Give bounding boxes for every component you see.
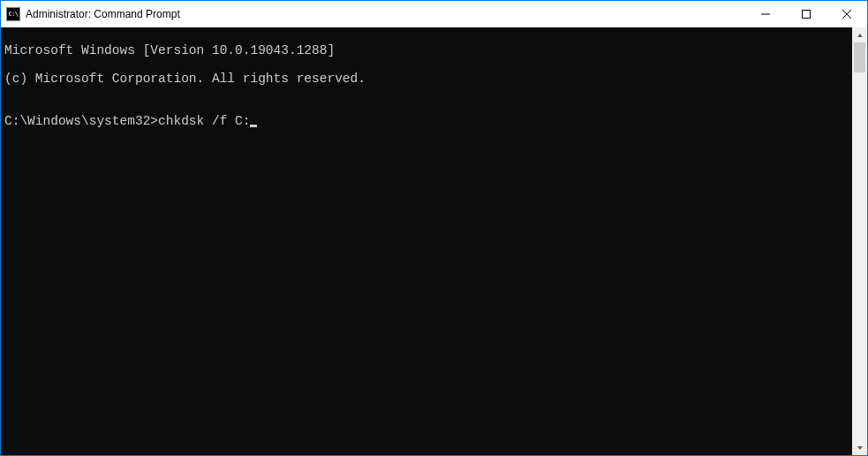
svg-rect-1 <box>803 11 811 19</box>
vertical-scrollbar[interactable] <box>852 27 867 455</box>
scroll-down-button[interactable] <box>852 440 867 455</box>
maximize-icon <box>802 10 811 19</box>
close-icon <box>842 10 851 19</box>
prompt-text: C:\Windows\system32> <box>4 114 158 128</box>
titlebar[interactable]: C:\ Administrator: Command Prompt <box>1 1 867 27</box>
maximize-button[interactable] <box>786 1 826 27</box>
cmd-icon-label: C:\ <box>8 11 18 18</box>
command-prompt-window: C:\ Administrator: Command Prompt Micros… <box>0 0 868 456</box>
client-area: Microsoft Windows [Version 10.0.19043.12… <box>1 27 867 455</box>
prompt-line: C:\Windows\system32>chkdsk /f C: <box>4 114 849 128</box>
svg-marker-5 <box>857 446 863 450</box>
window-controls <box>745 1 867 27</box>
scroll-track[interactable] <box>852 42 867 440</box>
window-title: Administrator: Command Prompt <box>26 8 180 20</box>
terminal-output[interactable]: Microsoft Windows [Version 10.0.19043.12… <box>1 27 852 455</box>
cmd-icon: C:\ <box>6 7 20 21</box>
text-cursor <box>250 125 257 127</box>
scroll-up-button[interactable] <box>852 27 867 42</box>
chevron-up-icon <box>857 32 864 39</box>
close-button[interactable] <box>826 1 867 27</box>
scroll-thumb[interactable] <box>854 42 865 72</box>
svg-marker-4 <box>857 34 863 37</box>
chevron-down-icon <box>857 445 864 452</box>
output-line: Microsoft Windows [Version 10.0.19043.12… <box>4 43 849 57</box>
minimize-button[interactable] <box>745 1 786 27</box>
command-input[interactable]: chkdsk /f C: <box>158 114 250 128</box>
minimize-icon <box>761 10 770 19</box>
output-line: (c) Microsoft Corporation. All rights re… <box>4 72 849 86</box>
